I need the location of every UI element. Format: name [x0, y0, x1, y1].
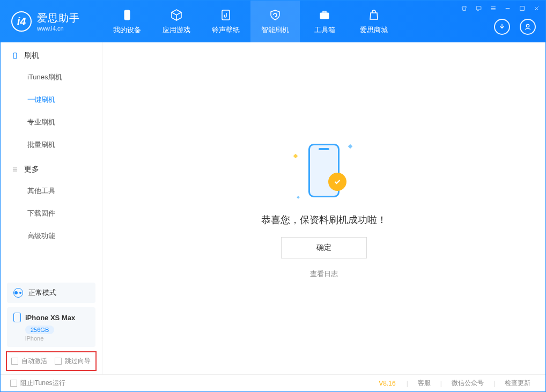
phone-icon — [120, 8, 134, 22]
svg-rect-0 — [124, 10, 130, 20]
footer-right: V8.16 | 客服 | 微信公众号 | 检查更新 — [379, 379, 536, 388]
svg-rect-5 — [520, 6, 525, 11]
checkbox-auto-activate[interactable]: 自动激活 — [11, 357, 47, 366]
cube-icon — [169, 8, 183, 22]
sidebar-section-title: 更多 — [24, 165, 39, 174]
sidebar-item-other-tools[interactable]: 其他工具 — [1, 180, 102, 202]
nav-tab-toolbox[interactable]: 工具箱 — [300, 1, 349, 42]
check-badge-icon — [328, 173, 346, 191]
checkbox-icon — [55, 358, 62, 365]
toolbox-icon — [318, 8, 331, 22]
footer-link-wechat[interactable]: 微信公众号 — [446, 379, 489, 388]
svg-rect-7 — [13, 53, 17, 59]
app-title: 爱思助手 — [37, 11, 80, 25]
nav-tab-flash[interactable]: 智能刷机 — [250, 1, 300, 42]
nav-tab-label: 爱思商城 — [360, 25, 388, 35]
device-name: iPhone XS Max — [25, 314, 75, 322]
download-button[interactable] — [494, 19, 510, 35]
nav-tab-store[interactable]: 爱思商城 — [349, 1, 399, 42]
mode-label: 正常模式 — [28, 288, 56, 298]
success-message: 恭喜您，保资料刷机成功啦！ — [261, 213, 387, 226]
sidebar-item-itunes-flash[interactable]: iTunes刷机 — [1, 66, 102, 88]
app-body: 刷机 iTunes刷机 一键刷机 专业刷机 批量刷机 更多 其他工具 下载固件 … — [1, 42, 545, 374]
device-type: iPhone — [25, 335, 89, 342]
sidebar-section-flash: 刷机 — [1, 42, 102, 66]
nav-tab-label: 工具箱 — [314, 25, 335, 35]
checkbox-skip-guide[interactable]: 跳过向导 — [55, 357, 91, 366]
highlighted-checkbox-row: 自动激活 跳过向导 — [6, 351, 97, 371]
app-subtitle: www.i4.cn — [37, 25, 80, 32]
footer-link-support[interactable]: 客服 — [412, 379, 436, 388]
nav-tab-ringtones[interactable]: 铃声壁纸 — [201, 1, 250, 42]
main-content: 恭喜您，保资料刷机成功啦！ 确定 查看日志 — [102, 42, 545, 374]
nav-tab-label: 铃声壁纸 — [212, 25, 240, 35]
maximize-icon[interactable] — [519, 5, 526, 12]
feedback-icon[interactable] — [475, 5, 482, 12]
sparkle-icon — [293, 153, 298, 158]
music-file-icon — [219, 8, 233, 22]
sidebar-item-download-firmware[interactable]: 下载固件 — [1, 202, 102, 225]
device-storage: 256GB — [25, 326, 54, 334]
refresh-shield-icon — [268, 8, 282, 22]
checkbox-icon — [10, 380, 17, 387]
device-small-icon — [11, 52, 19, 60]
footer-link-update[interactable]: 检查更新 — [499, 379, 536, 388]
shirt-icon[interactable] — [461, 5, 468, 12]
nav-tab-label: 智能刷机 — [261, 25, 289, 35]
bag-icon — [367, 8, 381, 22]
nav-tab-label: 我的设备 — [113, 25, 141, 35]
mode-icon — [13, 288, 23, 298]
nav-tab-device[interactable]: 我的设备 — [102, 1, 152, 42]
svg-rect-1 — [222, 10, 230, 20]
success-illustration — [292, 138, 356, 203]
checkbox-label: 阻止iTunes运行 — [20, 379, 65, 388]
nav-tab-label: 应用游戏 — [163, 25, 190, 35]
checkbox-label: 自动激活 — [21, 357, 47, 366]
svg-rect-2 — [320, 13, 329, 19]
app-header: i4 爱思助手 www.i4.cn 我的设备 应用游戏 铃声壁纸 智能刷机 工具… — [1, 1, 545, 42]
close-icon[interactable] — [533, 5, 540, 12]
mode-box[interactable]: 正常模式 — [7, 283, 95, 303]
sidebar-section-more: 更多 — [1, 156, 102, 180]
checkbox-label: 跳过向导 — [65, 357, 91, 366]
sidebar-item-advanced[interactable]: 高级功能 — [1, 225, 102, 247]
logo-icon: i4 — [11, 11, 32, 32]
menu-icon[interactable] — [490, 5, 497, 12]
device-box[interactable]: iPhone XS Max 256GB iPhone — [7, 307, 95, 347]
device-icon — [13, 313, 21, 322]
titlebar-controls — [461, 5, 540, 12]
checkbox-icon — [11, 358, 18, 365]
sparkle-icon — [297, 196, 300, 199]
logo-area: i4 爱思助手 www.i4.cn — [1, 11, 102, 32]
view-log-link[interactable]: 查看日志 — [310, 269, 338, 279]
svg-rect-3 — [323, 11, 326, 13]
sidebar-item-batch-flash[interactable]: 批量刷机 — [1, 134, 102, 156]
sidebar: 刷机 iTunes刷机 一键刷机 专业刷机 批量刷机 更多 其他工具 下载固件 … — [1, 42, 102, 374]
sidebar-section-title: 刷机 — [24, 51, 39, 61]
footer: 阻止iTunes运行 V8.16 | 客服 | 微信公众号 | 检查更新 — [1, 374, 545, 391]
confirm-button[interactable]: 确定 — [281, 237, 367, 258]
list-icon — [11, 166, 19, 173]
sparkle-icon — [348, 144, 352, 148]
minimize-icon[interactable] — [504, 5, 511, 12]
header-actions — [494, 19, 536, 35]
sidebar-item-oneclick-flash[interactable]: 一键刷机 — [1, 88, 102, 111]
svg-rect-4 — [476, 6, 481, 10]
sidebar-item-pro-flash[interactable]: 专业刷机 — [1, 111, 102, 134]
svg-point-6 — [526, 24, 529, 27]
nav-tabs: 我的设备 应用游戏 铃声壁纸 智能刷机 工具箱 爱思商城 — [102, 1, 399, 42]
nav-tab-apps[interactable]: 应用游戏 — [152, 1, 201, 42]
user-button[interactable] — [520, 19, 536, 35]
checkbox-block-itunes[interactable]: 阻止iTunes运行 — [10, 379, 65, 388]
sidebar-bottom: 正常模式 iPhone XS Max 256GB iPhone 自动激活 跳过向… — [1, 278, 102, 374]
version-label: V8.16 — [379, 380, 395, 387]
